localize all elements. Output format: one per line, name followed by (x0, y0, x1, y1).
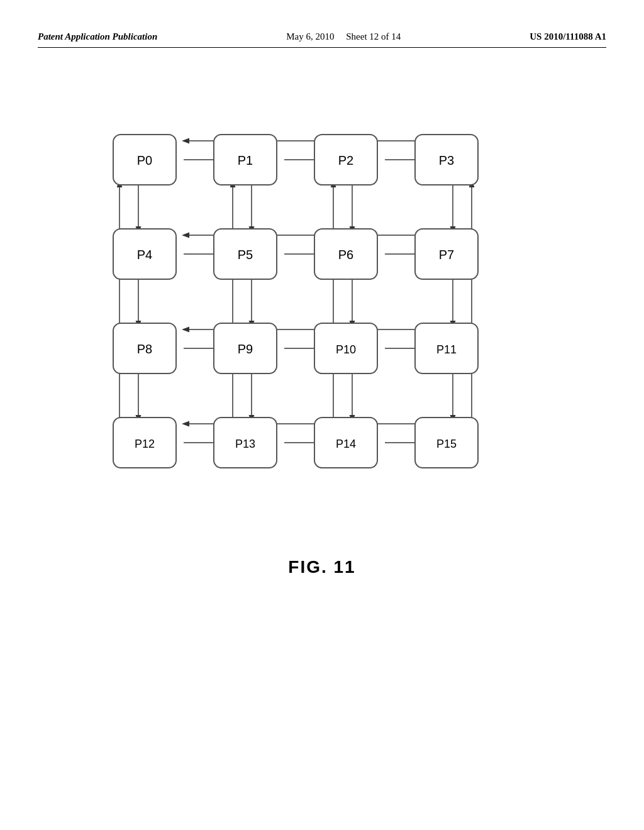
node-p13: P13 (235, 438, 255, 450)
node-p9: P9 (238, 342, 253, 356)
node-p14: P14 (336, 438, 356, 450)
network-diagram: P0 P1 P2 P3 P4 P5 P6 P7 (102, 123, 542, 538)
node-p15: P15 (436, 438, 457, 450)
node-p8: P8 (137, 342, 152, 356)
node-p1: P1 (238, 153, 253, 167)
node-p4: P4 (137, 248, 152, 262)
node-p11: P11 (436, 343, 457, 356)
header-sheet: Sheet 12 of 14 (346, 31, 401, 42)
node-p6: P6 (338, 248, 353, 262)
diagram-area: P0 P1 P2 P3 P4 P5 P6 P7 (38, 123, 606, 577)
page: Patent Application Publication May 6, 20… (0, 0, 644, 830)
node-p10: P10 (336, 343, 356, 356)
node-p2: P2 (338, 153, 353, 167)
header-title: Patent Application Publication (38, 31, 157, 42)
header-date: May 6, 2010 (286, 31, 334, 42)
node-p5: P5 (238, 248, 253, 262)
node-p0: P0 (137, 153, 152, 167)
header-patent: US 2010/111088 A1 (530, 31, 606, 42)
page-header: Patent Application Publication May 6, 20… (38, 31, 606, 48)
figure-label: FIG. 11 (288, 557, 355, 577)
node-p3: P3 (439, 153, 454, 167)
node-p7: P7 (439, 248, 454, 262)
node-p12: P12 (135, 438, 155, 450)
header-date-sheet: May 6, 2010 Sheet 12 of 14 (286, 31, 401, 42)
